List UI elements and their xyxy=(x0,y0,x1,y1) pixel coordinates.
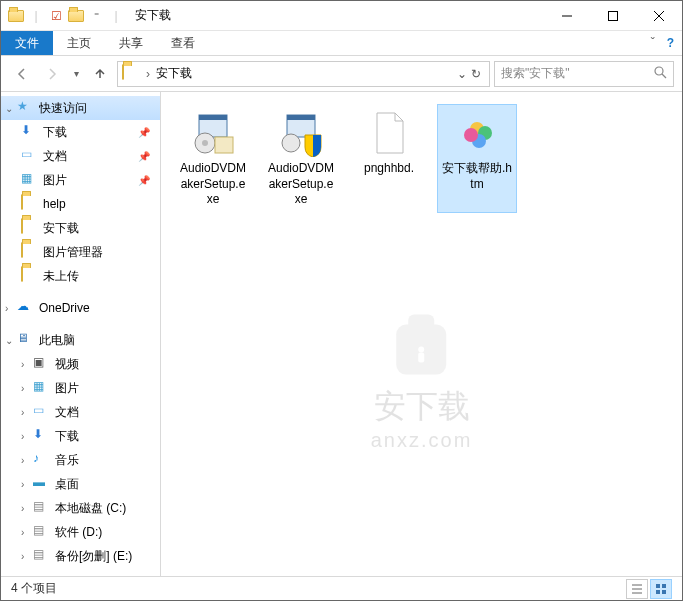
chevron-right-icon[interactable]: › xyxy=(21,503,33,514)
chevron-right-icon[interactable]: › xyxy=(21,431,33,442)
file-item[interactable]: AudioDVDMakerSetup.exe xyxy=(173,104,253,213)
chevron-right-icon[interactable]: › xyxy=(5,303,17,314)
sidebar-item-onedrive[interactable]: › ☁ OneDrive xyxy=(1,296,160,320)
qat-dropdown-icon[interactable]: ⁼ xyxy=(87,7,105,25)
folder-icon-2 xyxy=(67,7,85,25)
sidebar-item-pictures2[interactable]: › ▦ 图片 xyxy=(1,376,160,400)
chevron-right-icon[interactable]: › xyxy=(21,551,33,562)
svg-rect-26 xyxy=(662,584,666,588)
tab-file[interactable]: 文件 xyxy=(1,31,53,55)
address-bar[interactable]: › 安下载 ⌄ ↻ xyxy=(117,61,490,87)
tab-view[interactable]: 查看 xyxy=(157,31,209,55)
minimize-button[interactable] xyxy=(544,1,590,31)
sidebar-item-videos[interactable]: › ▣ 视频 xyxy=(1,352,160,376)
item-count: 4 个项目 xyxy=(11,580,57,597)
forward-button[interactable] xyxy=(39,61,65,87)
sidebar-item-label: 快速访问 xyxy=(39,100,87,117)
sidebar-item-drived[interactable]: › ▤ 软件 (D:) xyxy=(1,520,160,544)
download-icon: ⬇ xyxy=(21,123,39,141)
sidebar-item-label: 视频 xyxy=(55,356,79,373)
sidebar-item-documents2[interactable]: › ▭ 文档 xyxy=(1,400,160,424)
chevron-right-icon[interactable]: › xyxy=(21,407,33,418)
sidebar-item-quick-access[interactable]: ⌄ ★ 快速访问 xyxy=(1,96,160,120)
file-label: AudioDVDMakerSetup.exe xyxy=(266,161,336,208)
sidebar-item-downloads[interactable]: ⬇ 下载 📌 xyxy=(1,120,160,144)
refresh-icon[interactable]: ↻ xyxy=(471,67,481,81)
maximize-button[interactable] xyxy=(590,1,636,31)
file-list[interactable]: AudioDVDMakerSetup.exe AudioDVDMakerSetu… xyxy=(161,92,682,576)
help-icon[interactable]: ? xyxy=(667,36,674,50)
ribbon-expand-icon[interactable]: ˇ xyxy=(651,36,655,50)
document-icon: ▭ xyxy=(33,403,51,421)
sidebar-item-label: 备份[勿删] (E:) xyxy=(55,548,132,565)
sidebar-item-picmgr[interactable]: 图片管理器 xyxy=(1,240,160,264)
sidebar-item-desktop[interactable]: › ▬ 桌面 xyxy=(1,472,160,496)
sidebar-item-pictures[interactable]: ▦ 图片 📌 xyxy=(1,168,160,192)
svg-rect-19 xyxy=(409,315,435,331)
sidebar-item-help[interactable]: help xyxy=(1,192,160,216)
sidebar-item-label: 图片管理器 xyxy=(43,244,103,261)
sidebar-item-anxz[interactable]: 安下载 xyxy=(1,216,160,240)
up-button[interactable] xyxy=(87,61,113,87)
chevron-down-icon[interactable]: ⌄ xyxy=(5,103,17,114)
sidebar-item-label: 文档 xyxy=(43,148,67,165)
sidebar-item-label: 音乐 xyxy=(55,452,79,469)
chevron-right-icon[interactable]: › xyxy=(21,479,33,490)
titlebar: | ☑ ⁼ | 安下载 xyxy=(1,1,682,31)
chevron-down-icon[interactable]: ⌄ xyxy=(5,335,17,346)
details-view-button[interactable] xyxy=(626,579,648,599)
svg-point-9 xyxy=(202,140,208,146)
sidebar-item-label: 文档 xyxy=(55,404,79,421)
qat-divider: | xyxy=(27,7,45,25)
sidebar[interactable]: ⌄ ★ 快速访问 ⬇ 下载 📌 ▭ 文档 📌 ▦ 图片 📌 help 安下载 xyxy=(1,92,161,576)
download-icon: ⬇ xyxy=(33,427,51,445)
picture-icon: ▦ xyxy=(21,171,39,189)
sidebar-item-music[interactable]: › ♪ 音乐 xyxy=(1,448,160,472)
sidebar-item-drivec[interactable]: › ▤ 本地磁盘 (C:) xyxy=(1,496,160,520)
tab-home[interactable]: 主页 xyxy=(53,31,105,55)
folder-icon xyxy=(21,219,39,237)
file-item[interactable]: pnghhbd. xyxy=(349,104,429,213)
blank-file-icon xyxy=(365,109,413,157)
pin-icon: 📌 xyxy=(138,175,156,186)
file-label: AudioDVDMakerSetup.exe xyxy=(178,161,248,208)
tab-share[interactable]: 共享 xyxy=(105,31,157,55)
sidebar-item-label: OneDrive xyxy=(39,301,90,315)
sidebar-item-label: help xyxy=(43,197,66,211)
address-dropdown-icon[interactable]: ⌄ xyxy=(457,67,467,81)
chevron-right-icon[interactable]: › xyxy=(21,455,33,466)
sidebar-item-noup[interactable]: 未上传 xyxy=(1,264,160,288)
htm-icon xyxy=(453,109,501,157)
file-label: 安下载帮助.htm xyxy=(442,161,512,192)
chevron-right-icon[interactable]: › xyxy=(21,383,33,394)
watermark-url: anxz.com xyxy=(371,429,473,452)
sidebar-item-label: 本地磁盘 (C:) xyxy=(55,500,126,517)
icons-view-button[interactable] xyxy=(650,579,672,599)
sidebar-item-label: 安下载 xyxy=(43,220,79,237)
picture-icon: ▦ xyxy=(33,379,51,397)
search-icon[interactable] xyxy=(653,65,667,82)
search-input[interactable]: 搜索"安下载" xyxy=(494,61,674,87)
sidebar-item-downloads2[interactable]: › ⬇ 下载 xyxy=(1,424,160,448)
svg-rect-27 xyxy=(656,590,660,594)
breadcrumb-sep[interactable]: › xyxy=(146,67,150,81)
sidebar-item-drivee[interactable]: › ▤ 备份[勿删] (E:) xyxy=(1,544,160,568)
svg-rect-21 xyxy=(419,353,425,363)
chevron-right-icon[interactable]: › xyxy=(21,527,33,538)
sidebar-item-thispc[interactable]: ⌄ 🖥 此电脑 xyxy=(1,328,160,352)
breadcrumb[interactable]: 安下载 xyxy=(152,65,196,82)
chevron-right-icon[interactable]: › xyxy=(21,359,33,370)
search-placeholder: 搜索"安下载" xyxy=(501,65,570,82)
drive-icon: ▤ xyxy=(33,547,51,565)
file-item[interactable]: 安下载帮助.htm xyxy=(437,104,517,213)
sidebar-item-documents[interactable]: ▭ 文档 📌 xyxy=(1,144,160,168)
window-title: 安下载 xyxy=(131,7,544,24)
ribbon: 文件 主页 共享 查看 ˇ ? xyxy=(1,31,682,56)
file-item[interactable]: AudioDVDMakerSetup.exe xyxy=(261,104,341,213)
folder-icon xyxy=(7,7,25,25)
close-button[interactable] xyxy=(636,1,682,31)
recent-dropdown-icon[interactable]: ▾ xyxy=(69,61,83,87)
sidebar-item-label: 图片 xyxy=(43,172,67,189)
checkbox-icon[interactable]: ☑ xyxy=(47,7,65,25)
back-button[interactable] xyxy=(9,61,35,87)
